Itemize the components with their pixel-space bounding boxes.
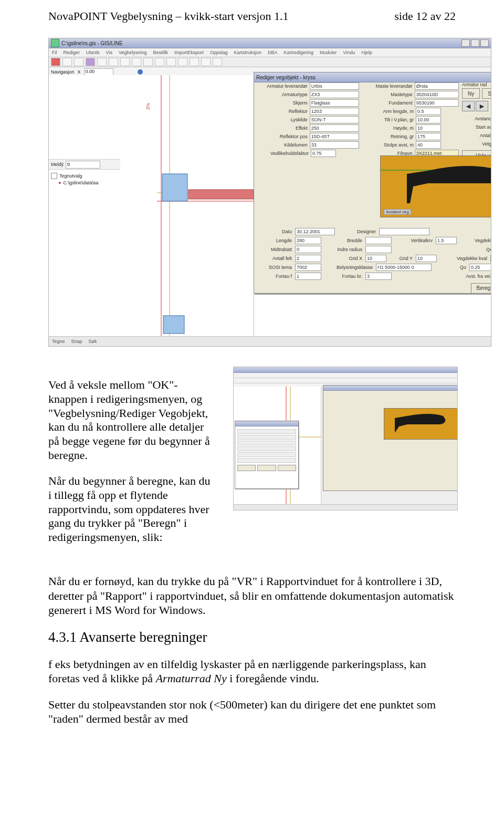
field-label: Antall stolper: [462, 133, 491, 138]
toolbar-button[interactable]: [178, 58, 187, 66]
field-input[interactable]: 0.25: [469, 264, 491, 271]
window-min-button[interactable]: [461, 39, 470, 47]
field-input[interactable]: Urbis: [310, 82, 359, 90]
luminaire-preview: Retning (0 = med veg) Armlengde Høyde Av…: [380, 155, 491, 217]
menu-item[interactable]: ImportEksport: [174, 50, 204, 55]
field-input[interactable]: 9530190: [415, 99, 459, 107]
edit-dialog: Rediger vegobjekt - kryss Armatur levera…: [254, 72, 491, 294]
field-label: Velg V, H, S: [462, 141, 491, 147]
menu-item[interactable]: Rediger: [64, 50, 80, 55]
field-input[interactable]: 40: [416, 141, 441, 149]
field-input[interactable]: 250: [310, 124, 359, 132]
toolbar-button[interactable]: [213, 58, 222, 66]
drawing-canvas[interactable]: 2%: [120, 75, 254, 337]
toolbar-button[interactable]: [120, 58, 130, 66]
field-input[interactable]: Ørsta: [415, 82, 459, 90]
field-input[interactable]: H1 5000-15000 0: [376, 264, 432, 271]
field-label: Reflektor: [254, 109, 310, 114]
field-input[interactable]: 10: [365, 255, 386, 262]
menu-item[interactable]: Vindu: [343, 50, 355, 55]
menu-item[interactable]: Kartredigering: [284, 50, 314, 55]
field-input[interactable]: 10: [416, 255, 437, 262]
status-item[interactable]: Snap: [71, 339, 82, 344]
tree-node[interactable]: Tegnutvalg: [59, 173, 82, 179]
field-label: Start avsnitt, m: [462, 124, 491, 130]
field-input[interactable]: [365, 237, 392, 244]
field-label: Armaturtype: [254, 92, 310, 97]
toolbar-button[interactable]: [74, 58, 83, 66]
field-label: Kildelumen: [254, 142, 310, 148]
toolbar-button[interactable]: [51, 58, 60, 66]
field-input[interactable]: 280: [295, 237, 321, 244]
menu-item[interactable]: DBA: [268, 50, 278, 55]
field-input[interactable]: 0.75: [311, 150, 336, 157]
paragraph-5: Setter du stolpeavstanden stor nok (<500…: [48, 697, 458, 726]
status-item[interactable]: Tegne: [52, 339, 65, 344]
toolbar-button[interactable]: [166, 58, 176, 66]
menu-item[interactable]: Oppslag: [210, 50, 228, 55]
toolbar-button[interactable]: [97, 58, 107, 66]
tree-checkbox[interactable]: [51, 173, 57, 179]
svg-text:2%: 2%: [145, 103, 151, 110]
slett-button[interactable]: Slett: [482, 88, 491, 99]
toolbar-button[interactable]: [86, 58, 95, 66]
field-input[interactable]: 10: [416, 124, 441, 132]
svg-rect-5: [188, 190, 254, 199]
toolbar-button[interactable]: [132, 58, 141, 66]
field-input[interactable]: 1: [295, 273, 321, 280]
msg-input[interactable]: [66, 161, 100, 169]
ny-button[interactable]: Ny: [462, 88, 480, 99]
field-input[interactable]: ZX3: [310, 91, 359, 98]
field-input[interactable]: 30.12.2001: [295, 228, 335, 235]
field-input[interactable]: 1203: [310, 108, 359, 115]
window-close-button[interactable]: [480, 39, 489, 47]
field-label: Skjerm: [254, 100, 310, 106]
beregn-button[interactable]: Beregn: [471, 283, 492, 294]
field-input[interactable]: 2: [295, 255, 321, 262]
menu-item[interactable]: Bestillk: [153, 50, 168, 55]
field-input[interactable]: 10.00: [416, 116, 441, 123]
status-item[interactable]: Søk: [89, 339, 97, 344]
menu-item[interactable]: Vegbelysning: [119, 50, 147, 55]
field-input[interactable]: 15D-45T: [310, 133, 359, 140]
toolbar-button[interactable]: [201, 58, 211, 66]
arrow-left-button[interactable]: ◄: [462, 101, 475, 111]
nav-x-input[interactable]: 0.00: [84, 68, 113, 76]
field-input[interactable]: 0.5: [416, 108, 441, 115]
field-input[interactable]: 0: [295, 246, 321, 253]
field-input[interactable]: 7002: [295, 264, 321, 271]
screenshot-main: C:\gsline\rs.gis - GIS/LINE Fil Rediger …: [48, 38, 491, 347]
window-max-button[interactable]: [471, 39, 479, 47]
field-input[interactable]: 1.5: [436, 237, 457, 244]
toolbar-button[interactable]: [143, 58, 153, 66]
toolbar-button[interactable]: [155, 58, 164, 66]
field-label: Retning, gr: [359, 134, 416, 139]
toolbar-button[interactable]: [109, 58, 118, 66]
field-input[interactable]: 33: [310, 141, 359, 149]
field-input[interactable]: [365, 246, 392, 253]
field-input[interactable]: 175: [416, 133, 441, 140]
field-label: Arm lengde, m: [359, 109, 416, 114]
field-label: Indre radius: [324, 247, 362, 252]
field-input[interactable]: 3: [365, 273, 392, 280]
field-input[interactable]: Våt: [490, 255, 491, 262]
field-input[interactable]: SON-T: [310, 116, 359, 123]
menu-item[interactable]: Vis: [106, 50, 112, 55]
msg-label: Meldý: [51, 162, 64, 167]
menu-item[interactable]: Utsnitt: [86, 50, 100, 55]
toolbar-button[interactable]: [62, 58, 72, 66]
menu-item[interactable]: Fil: [52, 50, 57, 55]
field-label: Fortau f: [254, 274, 292, 279]
doc-header-left: NovaPOINT Vegbelysning – kvikk-start ver…: [48, 9, 288, 23]
field-label: Høyde, m: [359, 126, 416, 131]
menu-item[interactable]: Hjelp: [361, 50, 372, 55]
arrow-right-button[interactable]: ►: [476, 101, 488, 111]
field-input[interactable]: 3020410D: [415, 91, 459, 98]
field-input[interactable]: Flatglass: [310, 99, 359, 107]
field-input[interactable]: [379, 228, 429, 235]
toolbar-button[interactable]: [190, 58, 199, 66]
field-label: Avst. fra vei: [448, 274, 490, 279]
menu-item[interactable]: Kartstruksjon: [234, 50, 262, 55]
menu-item[interactable]: Moduler: [320, 50, 337, 55]
tree-node[interactable]: C:\gsline\data\sa: [63, 180, 98, 185]
